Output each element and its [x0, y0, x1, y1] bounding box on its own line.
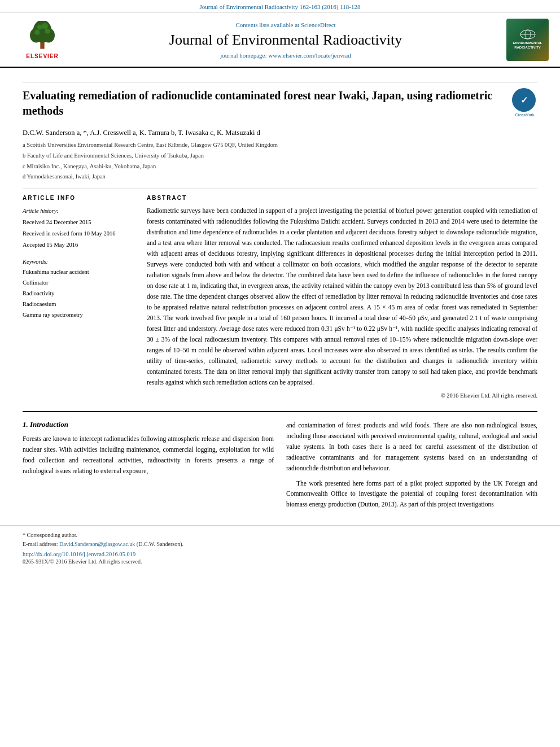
svg-point-7 — [45, 28, 50, 33]
history-label: Article history: — [23, 206, 135, 217]
intro-para-3: The work presented here forms part of a … — [286, 478, 537, 510]
journal-reference-bar: Journal of Environmental Radioactivity 1… — [0, 0, 560, 13]
keyword-5: Gamma ray spectrometry — [23, 310, 135, 321]
elsevier-wordmark: ELSEVIER — [26, 53, 58, 59]
section1-title: 1. Introduction — [23, 420, 274, 429]
article-info-header: ARTICLE INFO — [23, 195, 135, 201]
email-label: E-mail address: — [23, 541, 58, 547]
article-info-box: ARTICLE INFO Article history: Received 2… — [23, 195, 135, 320]
sciencedirect-text[interactable]: ScienceDirect — [301, 21, 336, 28]
article-title-section: Evaluating remediation of radionuclide c… — [23, 88, 537, 123]
authors-line: D.C.W. Sanderson a, *, A.J. Cresswell a,… — [23, 129, 537, 137]
corresponding-author: * Corresponding author. — [23, 531, 537, 540]
journal-header: ELSEVIER Contents lists available at Sci… — [0, 13, 560, 68]
journal-homepage: journal homepage: www.elsevier.com/locat… — [73, 52, 498, 59]
affiliations-divider — [23, 189, 537, 189]
email-footnote: E-mail address: David.Sanderson@glasgow.… — [23, 540, 537, 549]
affiliation-b: b Faculty of Life and Environmental Scie… — [23, 151, 537, 161]
crossmark-icon: ✓ — [512, 88, 536, 112]
sciencedirect-link: Contents lists available at ScienceDirec… — [73, 21, 498, 28]
body-content: 1. Introduction Forests are known to int… — [0, 420, 560, 515]
corresponding-label: * Corresponding author. — [23, 532, 77, 538]
accepted-date: Accepted 15 May 2016 — [23, 239, 135, 251]
intro-para-2: and contamination of forest products and… — [286, 420, 537, 474]
header-center: Contents lists available at ScienceDirec… — [73, 21, 498, 59]
abstract-column: ABSTRACT Radiometric surveys have been c… — [147, 195, 537, 398]
copyright-line: © 2016 Elsevier Ltd. All rights reserved… — [147, 392, 537, 399]
svg-point-4 — [37, 24, 42, 29]
affiliation-d: d Yumodakesansonai, Iwaki, Japan — [23, 172, 537, 182]
body-right-column: and contamination of forest products and… — [286, 420, 537, 515]
footnote-area: * Corresponding author. E-mail address: … — [0, 526, 560, 567]
affiliations: a Scottish Universities Environmental Re… — [23, 141, 537, 182]
email-suffix: (D.C.W. Sanderson). — [137, 541, 183, 547]
journal-badge-area: ENVIRONMENTALRADIOACTIVITY — [498, 19, 549, 61]
revised-date: Received in revised form 10 May 2016 — [23, 228, 135, 239]
affiliation-a: a Scottish Universities Environmental Re… — [23, 141, 537, 150]
crossmark-label: CrossMark — [512, 113, 537, 117]
svg-rect-0 — [40, 41, 44, 49]
section1-label: Introduction — [30, 420, 68, 429]
keyword-2: Collimator — [23, 278, 135, 289]
info-abstract-columns: ARTICLE INFO Article history: Received 2… — [23, 195, 537, 398]
keyword-1: Fukushima nuclear accident — [23, 267, 135, 278]
svg-point-5 — [42, 23, 48, 29]
abstract-text: Radiometric surveys have been conducted … — [147, 206, 537, 387]
affiliation-c: c Miraisiko Inc., Kanegaya, Asahi-ku, Yo… — [23, 162, 537, 172]
badge-text: ENVIRONMENTALRADIOACTIVITY — [513, 41, 542, 50]
elsevier-tree-icon — [20, 21, 65, 52]
body-left-text: Forests are known to intercept radionucl… — [23, 434, 274, 477]
keywords-list: Fukushima nuclear accident Collimator Ra… — [23, 267, 135, 320]
doi-link[interactable]: http://dx.doi.org/10.1016/j.jenvrad.2016… — [23, 551, 537, 557]
journal-ref-text: Journal of Environmental Radioactivity 1… — [200, 3, 361, 10]
header-divider — [23, 82, 537, 82]
keywords-label: Keywords: — [23, 259, 135, 265]
journal-title: Journal of Environmental Radioactivity — [73, 32, 498, 49]
homepage-url[interactable]: www.elsevier.com/locate/jenvrad — [268, 52, 351, 59]
article-history: Article history: Received 24 December 20… — [23, 206, 135, 251]
section-divider — [23, 411, 537, 412]
intro-para-1: Forests are known to intercept radionucl… — [23, 434, 274, 477]
body-left-column: 1. Introduction Forests are known to int… — [23, 420, 274, 515]
badge-globe-icon — [519, 29, 536, 40]
elsevier-logo-area: ELSEVIER — [11, 21, 73, 59]
abstract-header: ABSTRACT — [147, 195, 537, 201]
received-date: Received 24 December 2015 — [23, 217, 135, 228]
article-main: Evaluating remediation of radionuclide c… — [0, 68, 560, 404]
body-right-text: and contamination of forest products and… — [286, 420, 537, 510]
authors-text: D.C.W. Sanderson a, *, A.J. Cresswell a,… — [23, 129, 260, 137]
email-address[interactable]: David.Sanderson@glasgow.ac.uk — [59, 541, 135, 547]
article-info-column: ARTICLE INFO Article history: Received 2… — [23, 195, 135, 398]
env-radioactivity-badge: ENVIRONMENTALRADIOACTIVITY — [506, 19, 549, 61]
article-title: Evaluating remediation of radionuclide c… — [23, 88, 504, 119]
keywords-section: Keywords: Fukushima nuclear accident Col… — [23, 259, 135, 320]
keyword-4: Radiocaesium — [23, 299, 135, 310]
crossmark-badge: ✓ CrossMark — [512, 88, 537, 113]
keyword-3: Radioactivity — [23, 289, 135, 299]
section1-number: 1. — [23, 420, 28, 429]
issn-line: 0265-931X/© 2016 Elsevier Ltd. All right… — [23, 558, 537, 565]
svg-point-6 — [34, 29, 40, 34]
